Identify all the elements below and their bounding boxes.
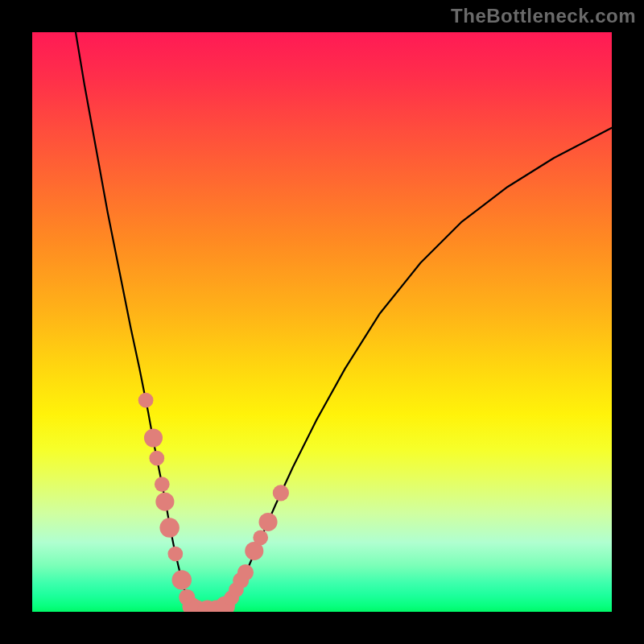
data-marker [144, 428, 163, 447]
plot-frame [32, 32, 612, 612]
plot-area [32, 32, 612, 612]
data-marker [167, 547, 183, 562]
data-marker [149, 451, 164, 466]
data-marker [237, 564, 254, 580]
data-marker [253, 530, 268, 545]
data-marker [138, 393, 154, 408]
data-marker [259, 513, 278, 531]
chart-stage: TheBottleneck.com [0, 0, 644, 644]
curve-right [224, 128, 612, 609]
data-marker [172, 570, 192, 589]
data-marker [273, 485, 289, 501]
marker-group [138, 393, 289, 612]
data-marker [155, 493, 174, 511]
data-marker [159, 518, 179, 537]
curve-group [76, 32, 612, 611]
curve-layer [32, 32, 612, 612]
watermark-text: TheBottleneck.com [451, 5, 636, 27]
data-marker [155, 477, 170, 492]
